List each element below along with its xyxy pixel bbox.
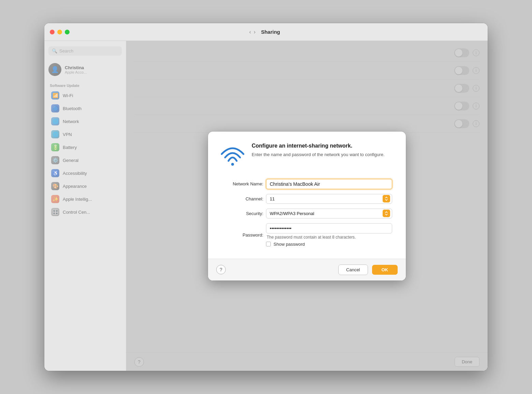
network-name-cell (265, 177, 394, 192)
sidebar-item-label: Network (63, 119, 79, 124)
channel-row: Channel: 11 (220, 192, 394, 206)
traffic-lights (50, 30, 70, 34)
control-icon: 🎛️ (51, 208, 59, 216)
window-body: 🔍 Search 👤 Christina Apple Acco... Softw… (44, 41, 488, 371)
ok-button[interactable]: OK (372, 265, 398, 275)
search-box[interactable]: 🔍 Search (48, 46, 122, 56)
title-bar-nav: ‹ › Sharing (249, 29, 283, 35)
cancel-button[interactable]: Cancel (338, 264, 368, 275)
title-bar: ‹ › Sharing (44, 23, 488, 41)
sidebar-item-vpn[interactable]: 🌐 VPN (47, 128, 123, 140)
sidebar-item-label: Accessibility (63, 171, 87, 176)
sidebar: 🔍 Search 👤 Christina Apple Acco... Softw… (44, 41, 126, 371)
sidebar-item-battery[interactable]: 🔋 Battery (47, 141, 123, 153)
back-arrow[interactable]: ‹ (249, 29, 251, 35)
security-select-wrap: WPA2/WPA3 Personal None WPA2 Personal WP… (266, 209, 392, 218)
battery-icon: 🔋 (51, 143, 59, 151)
network-icon: 🌐 (51, 117, 59, 125)
network-name-row: Network Name: (220, 177, 394, 192)
help-button[interactable]: ? (216, 265, 226, 274)
accessibility-icon: ♿ (51, 169, 59, 177)
dialog-overlay: Configure an internet-sharing network. E… (126, 41, 488, 371)
sidebar-item-label: Apple Intellig... (63, 197, 92, 202)
appearance-icon: 🎨 (51, 182, 59, 190)
security-row: Security: WPA2/WPA3 Personal None WPA2 P… (220, 206, 394, 221)
dialog-bottom: ? Cancel OK (208, 259, 406, 281)
minimize-button[interactable] (57, 30, 62, 34)
channel-label: Channel: (220, 192, 265, 206)
sidebar-item-wifi[interactable]: 📶 Wi-Fi (47, 89, 123, 102)
channel-select-wrap: 11 (266, 194, 392, 204)
sidebar-item-label: General (63, 158, 78, 163)
sidebar-item-label: VPN (63, 132, 72, 137)
macos-window: ‹ › Sharing 🔍 Search 👤 Christina Apple A… (44, 23, 488, 371)
sidebar-item-label: Wi-Fi (63, 93, 73, 98)
dialog-subtitle: Enter the name and password of the netwo… (252, 151, 385, 158)
user-subtitle: Apple Acco... (65, 70, 87, 74)
intelligence-icon: ✨ (51, 195, 59, 203)
user-info: Christina Apple Acco... (65, 65, 87, 74)
avatar: 👤 (48, 63, 61, 76)
dialog-header-text: Configure an internet-sharing network. E… (252, 142, 385, 158)
dialog-header: Configure an internet-sharing network. E… (220, 142, 394, 167)
form-table: Network Name: Channel: (220, 177, 394, 249)
security-select[interactable]: WPA2/WPA3 Personal None WPA2 Personal WP… (266, 209, 392, 218)
window-title: Sharing (261, 29, 280, 35)
sidebar-item-label: Battery (63, 145, 77, 150)
sidebar-item-label: Bluetooth (63, 106, 82, 111)
vpn-icon: 🌐 (51, 130, 59, 138)
password-label: Password: (220, 221, 265, 249)
password-row: Password: The password must contain at l… (220, 221, 394, 249)
channel-wrap: 11 (266, 194, 392, 204)
dialog-title: Configure an internet-sharing network. (252, 142, 385, 150)
search-icon: 🔍 (52, 48, 57, 54)
security-cell: WPA2/WPA3 Personal None WPA2 Personal WP… (265, 206, 394, 221)
sidebar-item-control[interactable]: 🎛️ Control Cen... (47, 206, 123, 218)
main-content: i i i (126, 41, 488, 371)
wifi-icon-large (220, 144, 245, 167)
sidebar-item-intelligence[interactable]: ✨ Apple Intellig... (47, 193, 123, 205)
security-label: Security: (220, 206, 265, 221)
show-password-checkbox[interactable] (266, 242, 271, 246)
network-name-input[interactable] (266, 179, 392, 189)
software-update-label: Software Update (44, 81, 126, 89)
wifi-icon: 📶 (51, 91, 59, 100)
sidebar-item-accessibility[interactable]: ♿ Accessibility (47, 167, 123, 179)
channel-cell: 11 (265, 192, 394, 206)
configure-dialog: Configure an internet-sharing network. E… (208, 132, 406, 281)
sidebar-item-appearance[interactable]: 🎨 Appearance (47, 180, 123, 192)
forward-arrow[interactable]: › (254, 29, 255, 35)
sidebar-item-network[interactable]: 🌐 Network (47, 115, 123, 127)
password-cell: The password must contain at least 8 cha… (265, 221, 394, 249)
security-wrap: WPA2/WPA3 Personal None WPA2 Personal WP… (266, 209, 392, 218)
sidebar-item-label: Appearance (63, 184, 87, 189)
user-section[interactable]: 👤 Christina Apple Acco... (44, 61, 126, 78)
network-name-label: Network Name: (220, 177, 265, 192)
dialog-actions: Cancel OK (338, 264, 398, 275)
search-placeholder: Search (59, 48, 73, 54)
show-password-label[interactable]: Show password (274, 242, 305, 247)
user-name: Christina (65, 65, 87, 70)
bluetooth-icon: 🔵 (51, 104, 59, 112)
close-button[interactable] (50, 30, 55, 34)
channel-select[interactable]: 11 (266, 194, 392, 204)
sidebar-item-general[interactable]: ⚙️ General (47, 154, 123, 166)
password-input[interactable] (266, 223, 392, 233)
general-icon: ⚙️ (51, 156, 59, 164)
maximize-button[interactable] (65, 30, 70, 34)
password-hint: The password must contain at least 8 cha… (267, 235, 392, 240)
sidebar-item-bluetooth[interactable]: 🔵 Bluetooth (47, 102, 123, 115)
sidebar-item-label: Control Cen... (63, 210, 90, 215)
show-password-row: Show password (266, 242, 392, 247)
svg-point-0 (231, 163, 234, 166)
